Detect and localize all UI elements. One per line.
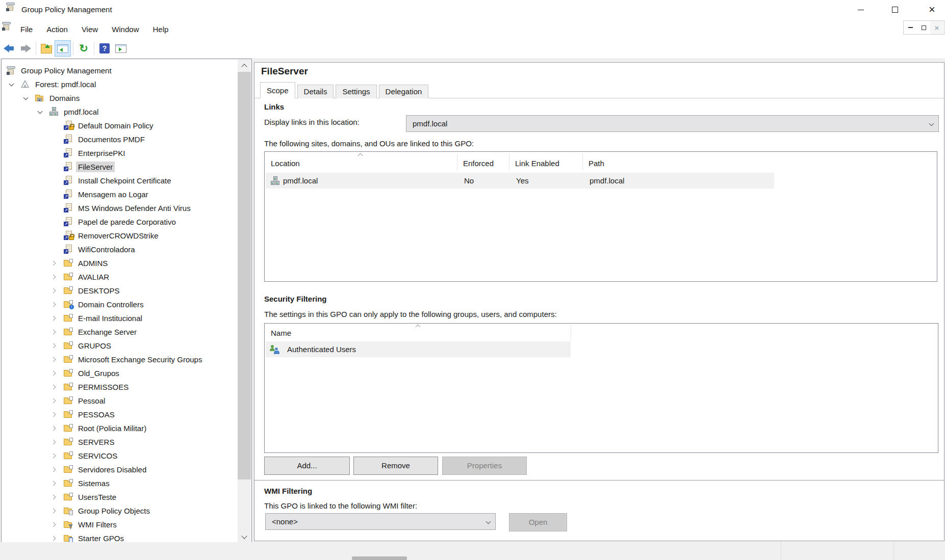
tree-item-removercrowdstrike[interactable]: RemoverCROWDStrike xyxy=(2,229,236,243)
tree-item-documentos-pmdf[interactable]: Documentos PMDF xyxy=(2,132,236,146)
add-button[interactable]: Add... xyxy=(264,457,350,475)
tree-item-e-mail-institucional[interactable]: E-mail Institucional xyxy=(2,311,236,325)
open-button[interactable]: Open xyxy=(509,513,567,531)
chevron-right-icon[interactable] xyxy=(52,302,58,308)
tab-details[interactable]: Details xyxy=(297,85,334,98)
tree-item-desktops[interactable]: DESKTOPS xyxy=(2,284,236,298)
tree-item-domain-controllers[interactable]: Domain Controllers xyxy=(2,298,236,311)
security-table-row[interactable]: Authenticated Users xyxy=(266,341,571,357)
tree-item-domains[interactable]: Domains xyxy=(2,91,236,105)
chevron-right-icon[interactable] xyxy=(52,315,58,322)
chevron-right-icon[interactable] xyxy=(52,508,58,514)
maximize-button[interactable] xyxy=(883,0,907,19)
tree-item-group-policy-management[interactable]: Group Policy Management xyxy=(2,64,236,77)
chevron-right-icon[interactable] xyxy=(52,370,58,377)
minimize-button[interactable] xyxy=(849,0,873,19)
tree-scrollbar[interactable] xyxy=(238,59,251,543)
chevron-down-icon[interactable] xyxy=(9,82,15,88)
chevron-right-icon[interactable] xyxy=(52,439,58,445)
chevron-right-icon[interactable] xyxy=(52,425,58,432)
tree-item-servidores-disabled[interactable]: Servidores Disabled xyxy=(2,463,236,476)
tree-item-label: FileServer xyxy=(76,162,115,172)
tab-delegation[interactable]: Delegation xyxy=(379,85,429,98)
chevron-right-icon[interactable] xyxy=(52,329,58,335)
tree-item-avaliar[interactable]: AVALIAR xyxy=(2,270,236,284)
child-restore-button[interactable] xyxy=(917,21,930,34)
scroll-up-button[interactable] xyxy=(238,59,251,72)
column-header-name[interactable]: Name xyxy=(265,329,571,338)
tree-item-default-domain-policy[interactable]: Default Domain Policy xyxy=(2,119,236,132)
chevron-right-icon[interactable] xyxy=(52,467,58,473)
tree-item-papel-de-parede-corporativo[interactable]: Papel de parede Corporativo xyxy=(2,215,236,229)
tree-item-servicos[interactable]: SERVICOS xyxy=(2,449,236,463)
tree-item-wificontroladora[interactable]: WifiControladora xyxy=(2,243,236,256)
tree-item-group-policy-objects[interactable]: Group Policy Objects xyxy=(2,504,236,518)
wmi-filter-dropdown[interactable]: <none> xyxy=(265,513,496,530)
display-links-dropdown[interactable]: pmdf.local xyxy=(406,115,939,132)
menu-action[interactable]: Action xyxy=(46,25,68,34)
chevron-right-icon[interactable] xyxy=(52,412,58,418)
menu-view[interactable]: View xyxy=(82,25,98,34)
tab-scope[interactable]: Scope xyxy=(260,82,295,98)
close-button[interactable]: × xyxy=(920,0,944,19)
column-header-location[interactable]: Location xyxy=(265,159,457,168)
chevron-right-icon[interactable] xyxy=(52,494,58,500)
child-close-button[interactable]: × xyxy=(930,21,943,34)
column-header-link-enabled[interactable]: Link Enabled xyxy=(509,159,582,168)
show-console-tree-button[interactable] xyxy=(55,40,71,57)
tree-item-root-policia-militar[interactable]: Root (Policia Militar) xyxy=(2,421,236,435)
chevron-right-icon[interactable] xyxy=(52,357,58,363)
tree-item-grupos[interactable]: GRUPOS xyxy=(2,339,236,353)
tree-item-pmdf-local[interactable]: pmdf.local xyxy=(2,105,236,119)
column-header-path[interactable]: Path xyxy=(582,159,774,168)
tree-item-ms-windows-defender-anti-virus[interactable]: MS Windows Defender Anti Virus xyxy=(2,201,236,215)
links-table-row[interactable]: pmdf.localNoYespmdf.local xyxy=(266,173,774,189)
back-button[interactable] xyxy=(1,40,17,57)
remove-button[interactable]: Remove xyxy=(353,457,438,475)
chevron-right-icon[interactable] xyxy=(52,536,58,542)
chevron-right-icon[interactable] xyxy=(52,343,58,349)
tree-item-microsoft-exchange-security-groups[interactable]: Microsoft Exchange Security Groups xyxy=(2,353,236,366)
tree-item-forest-pmdf-local[interactable]: Forest: pmdf.local xyxy=(2,77,236,91)
chevron-right-icon[interactable] xyxy=(52,274,58,280)
tree-item-wmi-filters[interactable]: WMI Filters xyxy=(2,518,236,531)
chevron-down-icon[interactable] xyxy=(37,109,43,115)
tree-item-install-chekpoint-certificate[interactable]: Install Chekpoint Certificate xyxy=(2,174,236,188)
refresh-button[interactable]: ↻ xyxy=(75,40,92,57)
tree-item-mensagem-ao-logar[interactable]: Mensagem ao Logar xyxy=(2,188,236,201)
console-window-icon[interactable] xyxy=(2,21,11,31)
tree-item-enterprisepki[interactable]: EnterprisePKI xyxy=(2,146,236,160)
tree-item-pessoal[interactable]: Pessoal xyxy=(2,394,236,408)
chevron-right-icon[interactable] xyxy=(52,398,58,404)
chevron-right-icon[interactable] xyxy=(52,453,58,459)
refresh-icon: ↻ xyxy=(79,43,88,54)
show-action-pane-button[interactable] xyxy=(113,40,129,57)
export-list-button[interactable] xyxy=(38,40,55,57)
tree-item-servers[interactable]: SERVERS xyxy=(2,435,236,449)
menu-window[interactable]: Window xyxy=(112,25,139,34)
column-header-enforced[interactable]: Enforced xyxy=(457,159,509,168)
menu-help[interactable]: Help xyxy=(152,25,168,34)
child-minimize-button[interactable] xyxy=(904,21,917,34)
chevron-right-icon[interactable] xyxy=(52,481,58,487)
tree-item-permissoes[interactable]: PERMISSOES xyxy=(2,380,236,394)
scrollbar-thumb[interactable] xyxy=(238,72,251,479)
chevron-right-icon[interactable] xyxy=(52,522,58,528)
chevron-down-icon[interactable] xyxy=(23,95,29,101)
properties-button[interactable]: Properties xyxy=(442,457,527,475)
tree-item-old-grupos[interactable]: Old_Grupos xyxy=(2,366,236,380)
chevron-right-icon[interactable] xyxy=(52,260,58,266)
tree-item-sistemas[interactable]: Sistemas xyxy=(2,476,236,490)
tree-item-usersteste[interactable]: UsersTeste xyxy=(2,490,236,504)
scroll-down-button[interactable] xyxy=(238,530,251,543)
tree-item-fileserver[interactable]: FileServer xyxy=(2,160,236,174)
tree-item-exchange-server[interactable]: Exchange Server xyxy=(2,325,236,339)
chevron-right-icon[interactable] xyxy=(52,288,58,294)
chevron-right-icon[interactable] xyxy=(52,384,58,390)
menu-file[interactable]: File xyxy=(20,25,33,34)
tree-item-pessoas[interactable]: PESSOAS xyxy=(2,408,236,421)
forward-button[interactable] xyxy=(17,40,34,57)
tree-item-admins[interactable]: ADMINS xyxy=(2,256,236,270)
tab-settings[interactable]: Settings xyxy=(336,85,376,98)
help-button[interactable]: ? xyxy=(96,40,113,57)
